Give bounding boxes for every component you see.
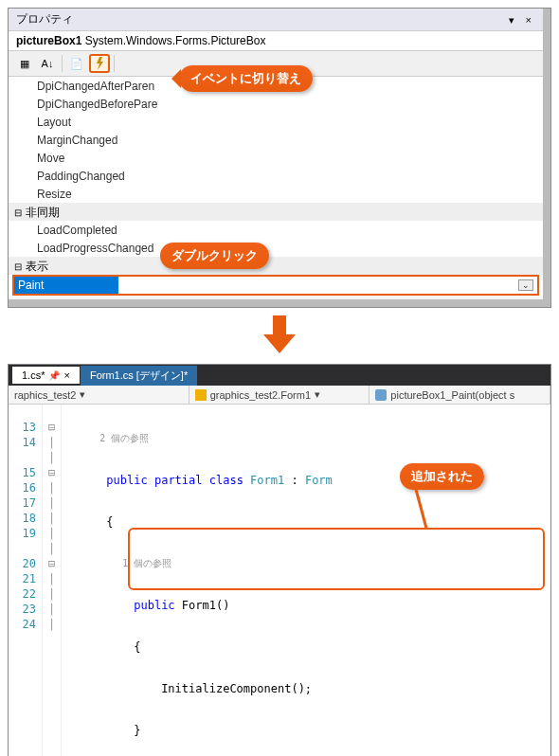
close-icon[interactable]: × — [63, 369, 69, 381]
callout-added: 追加された — [400, 463, 484, 490]
object-selector[interactable]: pictureBox1 System.Windows.Forms.Picture… — [9, 31, 543, 51]
event-item[interactable]: PaddingChanged — [9, 167, 543, 185]
dropdown-icon[interactable]: ▾ — [505, 14, 518, 26]
pin-icon[interactable]: 📌 — [48, 370, 60, 381]
panel-title: プロパティ — [16, 11, 73, 27]
arrow-down-icon — [0, 315, 559, 356]
nav-class[interactable]: graphics_test2.Form1 ▾ — [189, 386, 370, 404]
nav-member[interactable]: pictureBox1_Paint(object s — [370, 386, 550, 404]
alphabetical-icon[interactable]: A↓ — [37, 54, 58, 73]
event-item[interactable]: LoadCompleted — [9, 221, 543, 239]
code-area[interactable]: 13 14 15 16 17 18 19 20 21 22 23 24 ⊟ | … — [9, 405, 550, 756]
category-async[interactable]: 非同期 — [9, 203, 543, 221]
event-paint-selected[interactable]: Paint ⌄ — [12, 275, 539, 296]
chevron-down-icon[interactable]: ⌄ — [518, 279, 533, 291]
properties-titlebar: プロパティ ▾ × — [9, 9, 543, 31]
event-list: DpiChangedAfterParen DpiChangedBeforePar… — [9, 77, 543, 296]
category-display[interactable]: 表示 — [9, 257, 543, 275]
properties-icon[interactable]: 📄 — [66, 54, 87, 73]
line-numbers: 13 14 15 16 17 18 19 20 21 22 23 24 — [9, 405, 43, 756]
tab-designer[interactable]: Form1.cs [デザイン]* — [81, 366, 197, 386]
event-item[interactable]: LoadProgressChanged — [9, 239, 543, 257]
properties-panel: プロパティ ▾ × pictureBox1 System.Windows.For… — [8, 8, 551, 308]
event-item[interactable]: DpiChangedBeforePare — [9, 95, 543, 113]
method-icon — [375, 389, 387, 401]
code-body[interactable]: 2 個の参照 public partial class Form1 : Form… — [62, 405, 550, 756]
tab-bar: 1.cs* 📌 × Form1.cs [デザイン]* — [9, 365, 550, 386]
class-icon — [195, 389, 207, 401]
nav-project[interactable]: raphics_test2 ▾ — [9, 386, 189, 404]
event-item[interactable]: Layout — [9, 113, 543, 131]
event-handler-dropdown[interactable]: ⌄ — [118, 277, 537, 294]
callout-events-switch: イベントに切り替え — [179, 65, 313, 92]
close-icon[interactable]: × — [522, 14, 535, 26]
tab-cs-file[interactable]: 1.cs* 📌 × — [12, 367, 80, 384]
code-nav-bar: raphics_test2 ▾ graphics_test2.Form1 ▾ p… — [9, 386, 550, 405]
callout-double-click: ダブルクリック — [160, 243, 269, 269]
event-item[interactable]: MarginChanged — [9, 131, 543, 149]
events-icon[interactable] — [89, 54, 110, 73]
code-editor-panel: 1.cs* 📌 × Form1.cs [デザイン]* raphics_test2… — [8, 364, 551, 756]
categorized-icon[interactable]: ▦ — [14, 54, 35, 73]
fold-gutter: ⊟ | | ⊟ | | | | | ⊟ | | | | — [43, 405, 62, 756]
event-item[interactable]: Resize — [9, 185, 543, 203]
event-item[interactable]: Move — [9, 149, 543, 167]
